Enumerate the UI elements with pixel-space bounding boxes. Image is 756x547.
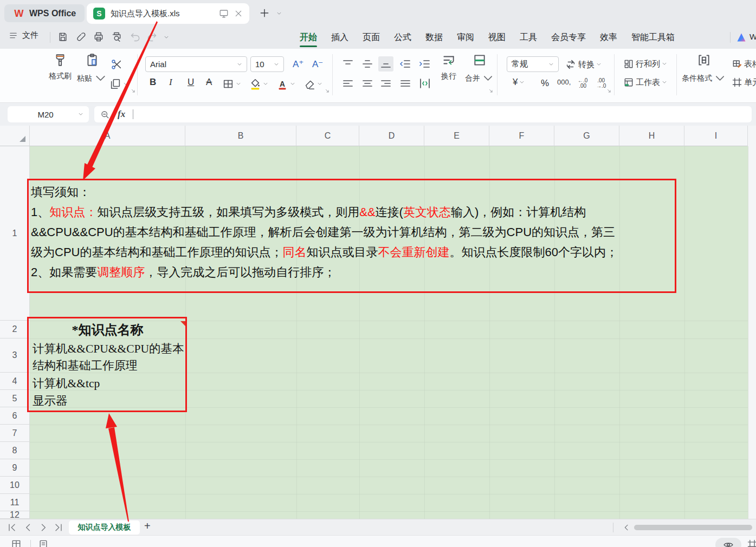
menu-tab-insert[interactable]: 插入 [324, 27, 356, 48]
percent-format-button[interactable]: % [541, 78, 549, 89]
menu-tab-efficiency[interactable]: 效率 [593, 27, 624, 48]
align-middle-button[interactable] [361, 57, 374, 70]
format-painter-button[interactable]: 格式刷 [46, 53, 75, 81]
row-header-8[interactable]: 8 [0, 442, 30, 459]
shrink-font-button[interactable]: A⁻ [312, 58, 323, 70]
merge-cells-button[interactable]: 合并 [465, 53, 494, 86]
column-header-d[interactable]: D [359, 126, 424, 146]
new-tab-button[interactable] [259, 8, 270, 18]
print-preview-button[interactable] [111, 31, 122, 42]
quickbar-chevron[interactable] [164, 35, 169, 40]
sheet-tab-active[interactable]: 知识点导入模板 [69, 520, 140, 535]
row-header-7[interactable]: 7 [0, 425, 30, 442]
column-header-g[interactable]: G [554, 126, 619, 146]
paste-button[interactable]: 粘贴 [77, 53, 107, 86]
redo-button[interactable] [146, 31, 157, 42]
row-header-10[interactable]: 10 [0, 477, 30, 494]
spreadsheet-grid[interactable]: ABCDEFGHI 123456789101112 填写须知：1、知识点：知识点… [0, 126, 756, 519]
horizontal-scrollbar[interactable] [634, 525, 752, 530]
row-header-4[interactable]: 4 [0, 373, 30, 390]
menu-tab-formula[interactable]: 公式 [387, 27, 418, 48]
clipboard-group-expander[interactable] [130, 88, 137, 94]
undo-button[interactable] [130, 31, 141, 42]
column-header-b[interactable]: B [185, 126, 296, 146]
align-bottom-button[interactable] [378, 56, 393, 71]
column-header-c[interactable]: C [296, 126, 359, 146]
alignment-group-expander[interactable] [488, 88, 494, 94]
menu-tab-smart-toolbox[interactable]: 智能工具箱 [624, 27, 682, 48]
bold-button[interactable]: B [150, 77, 156, 88]
conditional-format-button[interactable]: 条件格式 [682, 53, 726, 86]
sheet-nav-first[interactable] [7, 522, 17, 533]
align-right-button[interactable] [379, 77, 392, 90]
menu-tab-review[interactable]: 审阅 [450, 27, 481, 48]
row-header-3[interactable]: 3 [0, 338, 30, 373]
table-style-button[interactable]: 表格样式 [732, 58, 756, 69]
row-header-6[interactable]: 6 [0, 407, 30, 425]
status-grid-icon[interactable] [747, 539, 756, 547]
currency-format-button[interactable]: ¥ [513, 77, 525, 88]
column-header-f[interactable]: F [489, 126, 554, 146]
close-tab-icon[interactable] [234, 9, 243, 18]
row-header-11[interactable]: 11 [0, 494, 30, 511]
monitor-icon[interactable] [219, 9, 229, 18]
font-color-button[interactable]: A [276, 78, 295, 90]
column-header-h[interactable]: H [619, 126, 684, 146]
copy-button[interactable] [109, 78, 128, 90]
justify-button[interactable] [399, 77, 412, 90]
number-group-expander[interactable] [606, 88, 612, 94]
column-header-i[interactable]: I [684, 126, 748, 146]
increase-indent-button[interactable] [418, 57, 431, 70]
sheet-nav-last[interactable] [53, 522, 64, 533]
menu-tab-page[interactable]: 页面 [356, 27, 387, 48]
menu-tab-home[interactable]: 开始 [293, 27, 324, 48]
thousand-separator-button[interactable]: 000, [557, 78, 571, 86]
file-menu-button[interactable]: 文件 [9, 30, 38, 41]
convert-button[interactable]: 转换 [565, 58, 602, 70]
borders-button[interactable] [222, 78, 241, 90]
export-button[interactable] [76, 31, 87, 42]
name-box[interactable]: M20 [8, 106, 89, 122]
row-header-5[interactable]: 5 [0, 390, 30, 407]
document-tab[interactable]: S 知识点导入模板.xls [87, 3, 249, 24]
worksheet-button[interactable]: 工作表 [623, 77, 667, 88]
clear-format-button[interactable] [303, 78, 322, 90]
fill-color-button[interactable] [249, 78, 268, 90]
cells-format-button[interactable]: 单元格 [732, 77, 756, 88]
menu-tab-data[interactable]: 数据 [418, 27, 450, 48]
menu-tab-tools[interactable]: 工具 [513, 27, 544, 48]
increase-decimal-button[interactable]: .00 →.0 [596, 78, 606, 89]
rows-columns-button[interactable]: 行和列 [623, 58, 667, 69]
align-top-button[interactable] [341, 57, 354, 70]
distribute-text-button[interactable] [418, 77, 431, 90]
sheet-nav-prev[interactable] [23, 522, 34, 533]
formula-input[interactable]: fx [94, 106, 752, 122]
zoom-selection-icon[interactable] [100, 109, 110, 120]
print-button[interactable] [93, 31, 104, 42]
save-button[interactable] [57, 31, 68, 42]
font-group-expander[interactable] [324, 88, 331, 94]
font-size-select[interactable]: 10 [250, 56, 284, 72]
underline-button[interactable]: U [188, 77, 194, 88]
cut-button[interactable] [111, 58, 122, 70]
row-header-1[interactable]: 1 [0, 146, 30, 321]
align-center-button[interactable] [361, 77, 374, 90]
tab-list-chevron[interactable] [276, 11, 282, 16]
row-header-2[interactable]: 2 [0, 321, 30, 338]
number-format-select[interactable]: 常规 [507, 56, 559, 72]
decrease-indent-button[interactable] [399, 57, 412, 70]
column-header-a[interactable]: A [30, 126, 185, 146]
menu-tab-membership[interactable]: 会员专享 [544, 27, 593, 48]
wps-ai-icon[interactable] [736, 32, 747, 43]
wrap-text-button[interactable]: 换行 [436, 53, 462, 81]
menu-tab-view[interactable]: 视图 [481, 27, 513, 48]
app-home-button[interactable]: W WPS Office [4, 4, 85, 22]
scroll-left-icon[interactable] [622, 523, 631, 532]
row-header-9[interactable]: 9 [0, 459, 30, 477]
add-sheet-button[interactable]: + [144, 520, 151, 532]
decrease-decimal-button[interactable]: ←.0 .00 [578, 78, 587, 89]
status-note-icon[interactable] [38, 539, 49, 547]
column-header-e[interactable]: E [424, 126, 489, 146]
row-header-12[interactable]: 12 [0, 511, 30, 519]
strikethrough-button[interactable]: A [206, 77, 212, 88]
